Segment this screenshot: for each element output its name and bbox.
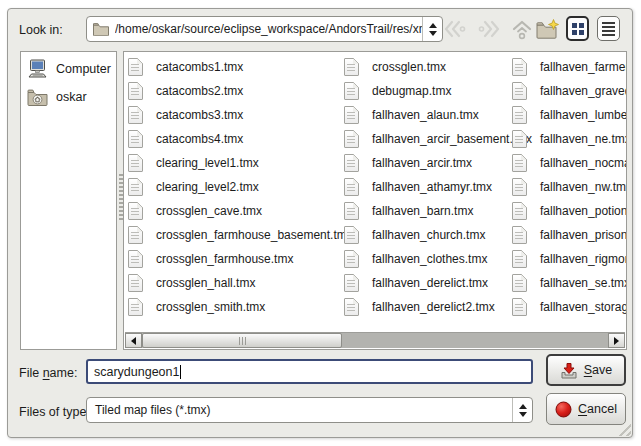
document-icon: [128, 250, 143, 268]
file-item[interactable]: catacombs1.tmx: [128, 55, 342, 79]
file-item-label: crossglen_farmhouse_basement.tmx: [156, 228, 353, 242]
look-in-label: Look in:: [19, 17, 63, 43]
file-item[interactable]: fallhaven_arcir_basement.tmx: [344, 127, 510, 151]
scroll-left-button[interactable]: [125, 333, 142, 348]
document-icon: [344, 226, 359, 244]
file-item[interactable]: fallhaven_storag: [512, 295, 627, 319]
file-item[interactable]: clearing_level1.tmx: [128, 151, 342, 175]
document-icon: [344, 274, 359, 292]
file-item[interactable]: debugmap.tmx: [344, 79, 510, 103]
file-item[interactable]: crossglen.tmx: [344, 55, 510, 79]
file-item[interactable]: fallhaven_barn.tmx: [344, 199, 510, 223]
places-panel: Computer oskar: [20, 51, 117, 350]
home-folder-icon: [27, 89, 48, 106]
back-button[interactable]: [442, 18, 466, 40]
document-icon: [344, 298, 359, 316]
cancel-icon: [555, 401, 572, 418]
document-icon: [512, 154, 527, 172]
file-item-label: fallhaven_nw.tmx: [540, 180, 627, 194]
document-icon: [344, 58, 359, 76]
cancel-button[interactable]: Cancel: [546, 393, 626, 425]
horizontal-scrollbar[interactable]: [125, 332, 625, 348]
file-list-column: crossglen.tmxdebugmap.tmxfallhaven_alaun…: [344, 55, 510, 319]
document-icon: [512, 274, 527, 292]
document-icon: [128, 298, 143, 316]
document-icon: [344, 130, 359, 148]
file-item-label: fallhaven_athamyr.tmx: [372, 180, 492, 194]
document-icon: [344, 178, 359, 196]
file-item-label: fallhaven_farmer: [540, 60, 627, 74]
file-item[interactable]: crossglen_hall.tmx: [128, 271, 342, 295]
document-icon: [512, 106, 527, 124]
file-item-label: catacombs4.tmx: [156, 132, 243, 146]
file-item-label: fallhaven_barn.tmx: [372, 204, 473, 218]
grid-view-icon: [572, 23, 584, 35]
file-item[interactable]: fallhaven_ne.tmx: [512, 127, 627, 151]
document-icon: [512, 226, 527, 244]
document-icon: [128, 178, 143, 196]
forward-button[interactable]: [478, 18, 502, 40]
document-icon: [344, 154, 359, 172]
document-icon: [512, 250, 527, 268]
file-item[interactable]: catacombs4.tmx: [128, 127, 342, 151]
file-item[interactable]: fallhaven_athamyr.tmx: [344, 175, 510, 199]
list-view-button[interactable]: [597, 16, 620, 41]
file-item[interactable]: catacombs3.tmx: [128, 103, 342, 127]
file-name-input[interactable]: scarydungeon1: [86, 359, 533, 384]
file-item[interactable]: crossglen_farmhouse.tmx: [128, 247, 342, 271]
file-item[interactable]: fallhaven_farmer: [512, 55, 627, 79]
spinner-down-icon: [429, 31, 437, 36]
scroll-right-button[interactable]: [608, 333, 625, 348]
file-list-column: fallhaven_farmerfallhaven_gravedfallhave…: [512, 55, 627, 319]
file-item[interactable]: fallhaven_lumber: [512, 103, 627, 127]
file-item[interactable]: fallhaven_nw.tmx: [512, 175, 627, 199]
file-item-label: catacombs2.tmx: [156, 84, 243, 98]
new-folder-button[interactable]: [536, 18, 560, 40]
file-item[interactable]: catacombs2.tmx: [128, 79, 342, 103]
document-icon: [344, 202, 359, 220]
file-item[interactable]: fallhaven_se.tmx: [512, 271, 627, 295]
current-path: /home/oskar/source/eclipse_workspace/And…: [115, 22, 422, 36]
grid-view-button[interactable]: [566, 16, 589, 41]
file-item[interactable]: fallhaven_rigmor: [512, 247, 627, 271]
document-icon: [512, 82, 527, 100]
file-item-label: fallhaven_church.tmx: [372, 228, 485, 242]
shortcut-home[interactable]: oskar: [21, 83, 116, 111]
document-icon: [512, 58, 527, 76]
file-item[interactable]: fallhaven_derelict.tmx: [344, 271, 510, 295]
up-folder-button[interactable]: [511, 18, 533, 40]
file-item-label: fallhaven_alaun.tmx: [372, 108, 479, 122]
scrollbar-thumb[interactable]: [142, 333, 342, 348]
file-item[interactable]: fallhaven_prison: [512, 223, 627, 247]
file-item[interactable]: fallhaven_church.tmx: [344, 223, 510, 247]
file-item-label: fallhaven_ne.tmx: [540, 132, 627, 146]
file-item[interactable]: fallhaven_derelict2.tmx: [344, 295, 510, 319]
file-type-combobox[interactable]: Tiled map files (*.tmx): [86, 397, 533, 423]
combobox-spinner[interactable]: [512, 398, 532, 422]
file-item-label: catacombs1.tmx: [156, 60, 243, 74]
file-item-label: fallhaven_arcir_basement.tmx: [372, 132, 532, 146]
file-item[interactable]: crossglen_farmhouse_basement.tmx: [128, 223, 342, 247]
file-item-label: crossglen_cave.tmx: [156, 204, 262, 218]
look-in-combobox[interactable]: /home/oskar/source/eclipse_workspace/And…: [86, 16, 443, 42]
text-caret: [180, 365, 181, 379]
file-item[interactable]: fallhaven_clothes.tmx: [344, 247, 510, 271]
combobox-spinner[interactable]: [422, 17, 442, 41]
document-icon: [128, 154, 143, 172]
file-item[interactable]: fallhaven_alaun.tmx: [344, 103, 510, 127]
save-button-label: Save: [584, 363, 613, 377]
file-item[interactable]: clearing_level2.tmx: [128, 175, 342, 199]
file-item[interactable]: crossglen_smith.tmx: [128, 295, 342, 319]
document-icon: [128, 58, 143, 76]
shortcut-computer[interactable]: Computer: [21, 55, 116, 83]
save-button[interactable]: Save: [546, 354, 626, 386]
list-view-icon: [602, 22, 615, 36]
file-item[interactable]: fallhaven_graved: [512, 79, 627, 103]
file-item[interactable]: crossglen_cave.tmx: [128, 199, 342, 223]
file-item[interactable]: fallhaven_arcir.tmx: [344, 151, 510, 175]
file-item-label: clearing_level2.tmx: [156, 180, 259, 194]
file-item[interactable]: fallhaven_nocma: [512, 151, 627, 175]
save-icon: [560, 362, 578, 379]
scrollbar-track[interactable]: [142, 333, 608, 348]
file-item[interactable]: fallhaven_potion: [512, 199, 627, 223]
